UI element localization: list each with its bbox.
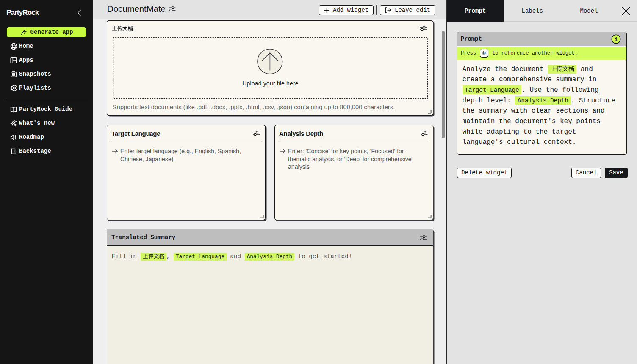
svg-text:i: i: [614, 36, 618, 43]
